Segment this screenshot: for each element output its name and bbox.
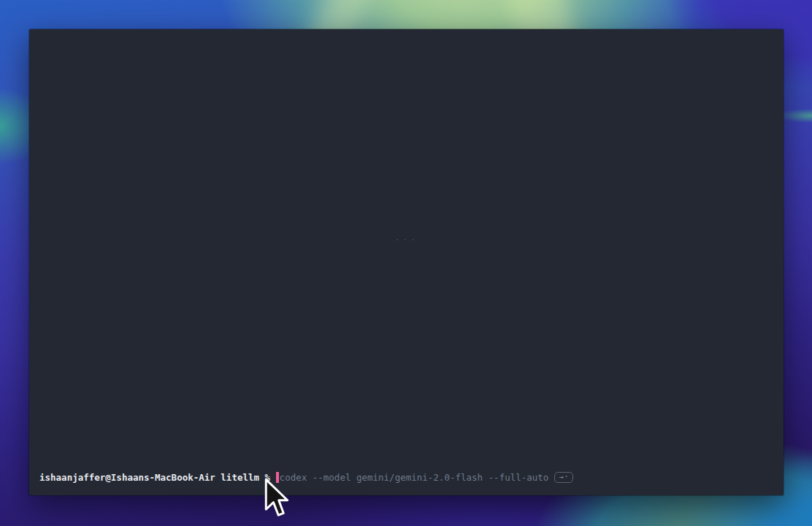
terminal-window[interactable]: ··· ishaanjaffer@Ishaans-MacBook-Air lit… bbox=[29, 29, 784, 495]
text-caret bbox=[276, 472, 279, 483]
autosuggestion-command: codex --model gemini/gemini-2.0-flash --… bbox=[280, 472, 549, 484]
loading-ellipsis: ··· bbox=[394, 234, 418, 245]
shell-prompt: ishaanjaffer@Ishaans-MacBook-Air litellm… bbox=[39, 472, 276, 484]
tab-accept-hint-badge: →· bbox=[554, 472, 573, 483]
command-input-line[interactable]: ishaanjaffer@Ishaans-MacBook-Air litellm… bbox=[39, 471, 573, 484]
